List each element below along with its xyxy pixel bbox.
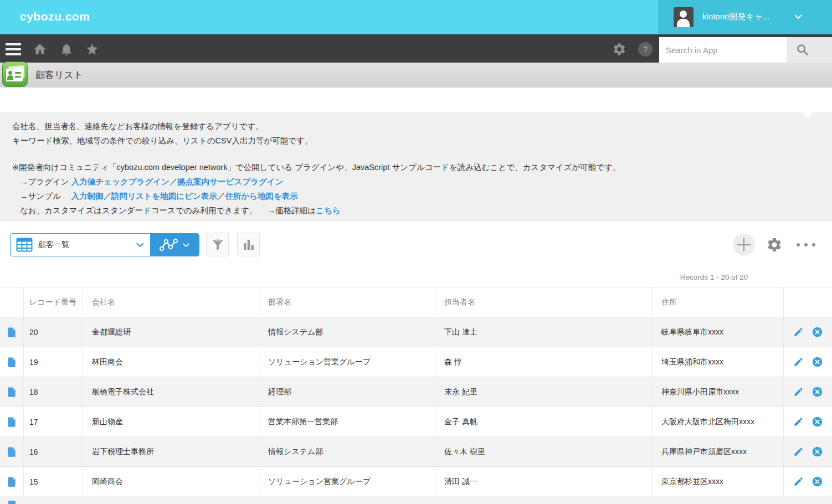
user-name: kintone開発キャ... [702, 12, 770, 22]
address: 埼玉県浦和市xxxx [653, 347, 784, 377]
department: 情報システム部 [259, 317, 435, 347]
column-header-person[interactable]: 担当者名 [435, 287, 653, 317]
help-icon[interactable]: ? [638, 42, 653, 56]
person: 下山 達士 [435, 317, 653, 347]
cybozu-logo[interactable]: cybozu.com [20, 10, 90, 23]
sample-link-3[interactable]: 住所から地図を表示 [225, 192, 298, 200]
department: 情報システム部 [259, 437, 435, 466]
search-button[interactable] [787, 37, 832, 63]
price-link[interactable]: こちら [316, 206, 341, 215]
chevron-down-icon [794, 14, 803, 19]
address: 岐阜県岐阜市xxxx [653, 317, 784, 347]
person: 佐々木 樹里 [435, 437, 653, 466]
record-no: 16 [24, 437, 83, 466]
add-record-button[interactable] [733, 234, 755, 256]
settings-gear-icon[interactable] [612, 42, 626, 56]
more-options-button[interactable] [797, 243, 830, 246]
edit-record-button[interactable] [793, 416, 804, 427]
description-line1: 会社名、担当者名、連絡先などお客様の情報を登録するアプリです。 [12, 119, 312, 133]
delete-record-button[interactable] [812, 416, 823, 427]
sample-prefix: →サンプル [20, 192, 71, 200]
app-icon [2, 61, 28, 87]
person: 金子 真帆 [435, 407, 653, 436]
graph-icon [160, 238, 178, 252]
chevron-down-icon [136, 242, 145, 248]
delete-record-button[interactable] [812, 446, 823, 457]
circle-x-icon [812, 357, 823, 367]
person: 末永 妃里 [435, 377, 653, 407]
table-row: 19 林田商会 ソリューション営業グループ 森 惇 埼玉県浦和市xxxx [0, 347, 832, 377]
column-header-department[interactable]: 部署名 [259, 287, 435, 317]
address: 東京都杉並区xxxx [653, 467, 784, 496]
table-row: 18 板橋電子株式会社 経理部 末永 妃里 神奈川県小田原市xxxx [0, 377, 832, 407]
top-header-bar: cybozu.com kintone開発キャ... [0, 0, 832, 34]
column-header-company[interactable]: 会社名 [83, 287, 259, 317]
separator: ／ [217, 192, 225, 200]
plugin-link-2[interactable]: 拠点案内サービスプラグイン [177, 177, 283, 186]
records-table: レコード番号 会社名 部署名 担当者名 住所 20 金都運総研 情報システム部 … [0, 287, 832, 497]
pencil-icon [793, 357, 804, 367]
person: 清田 誠一 [435, 467, 653, 496]
table-row: 17 新山物産 営業本部第一営業部 金子 真帆 大阪府大阪市北区梅田xxxx [0, 407, 832, 437]
filter-button[interactable] [206, 233, 229, 256]
company: 板橋電子株式会社 [83, 377, 259, 407]
record-file-icon[interactable] [7, 446, 16, 457]
description-line2: キーワード検索、地域等の条件での絞り込み、リストのCSV入出力等が可能です。 [12, 133, 312, 148]
chart-button[interactable] [237, 233, 260, 256]
bar-chart-icon [243, 239, 255, 251]
plugin-prefix: →プラグイン [20, 177, 71, 186]
search-input[interactable] [659, 37, 787, 63]
record-no: 18 [24, 377, 83, 407]
app-settings-gear-icon[interactable] [766, 236, 783, 253]
record-file-icon[interactable] [7, 327, 16, 337]
record-no: 19 [24, 347, 83, 377]
star-icon[interactable] [85, 42, 99, 56]
breadcrumb-bar: App: 顧客リスト i [0, 88, 832, 112]
edit-record-button[interactable] [793, 357, 804, 367]
record-file-icon[interactable] [7, 357, 16, 367]
record-file-icon [8, 501, 16, 504]
graph-view-button[interactable] [150, 234, 199, 256]
user-menu[interactable]: kintone開発キャ... [658, 0, 832, 34]
person: 森 惇 [435, 347, 653, 377]
records-count: Records 1 - 20 of 20 [609, 273, 748, 281]
table-header-row: レコード番号 会社名 部署名 担当者名 住所 [0, 287, 832, 317]
edit-record-button[interactable] [793, 446, 804, 457]
view-dropdown[interactable]: 顧客一覧 [11, 234, 150, 256]
record-no: 20 [24, 317, 83, 347]
edit-record-button[interactable] [793, 476, 804, 487]
address: 神奈川県小田原市xxxx [653, 377, 784, 407]
record-file-icon[interactable] [7, 416, 16, 427]
app-header-bar [0, 63, 832, 88]
bell-icon[interactable] [59, 42, 74, 56]
delete-record-button[interactable] [812, 476, 823, 487]
separator: ／ [170, 177, 178, 186]
chevron-down-icon [182, 243, 190, 248]
edit-record-button[interactable] [793, 327, 804, 337]
company: 金都運総研 [83, 317, 259, 347]
department: 経理部 [259, 377, 435, 407]
column-header-record-no[interactable]: レコード番号 [24, 287, 83, 317]
delete-record-button[interactable] [812, 327, 823, 337]
delete-record-button[interactable] [812, 357, 823, 367]
separator: ／ [103, 192, 111, 200]
user-avatar-icon [674, 7, 694, 27]
table-row: 15 岡崎商会 ソリューション営業グループ 清田 誠一 東京都杉並区xxxx [0, 467, 832, 497]
search-icon [795, 43, 810, 58]
record-file-icon[interactable] [7, 387, 16, 397]
delete-record-button[interactable] [812, 387, 823, 397]
home-icon[interactable] [33, 42, 47, 56]
table-row: 20 金都運総研 情報システム部 下山 達士 岐阜県岐阜市xxxx [0, 317, 832, 347]
app-description-panel: 会社名、担当者名、連絡先などお客様の情報を登録するアプリです。 キーワード検索、… [0, 112, 832, 222]
icon-column-header [0, 287, 24, 317]
description-line5: →サンプル 入力制御／訪問リストを地図にピン表示／住所から地図を表示 [12, 189, 621, 203]
edit-record-button[interactable] [793, 387, 804, 397]
plugin-link-1[interactable]: 入力値チェックプラグイン [71, 177, 170, 186]
sample-link-2[interactable]: 訪問リストを地図にピン表示 [111, 192, 217, 200]
record-file-icon[interactable] [7, 476, 16, 487]
table-row: 16 岩下税理士事務所 情報システム部 佐々木 樹里 兵庫県神戸市須磨区xxxx [0, 437, 832, 467]
app-title: 顧客リスト [35, 69, 83, 81]
column-header-address[interactable]: 住所 [653, 287, 784, 317]
sample-link-1[interactable]: 入力制御 [71, 192, 103, 200]
menu-hamburger-icon[interactable] [6, 43, 21, 55]
